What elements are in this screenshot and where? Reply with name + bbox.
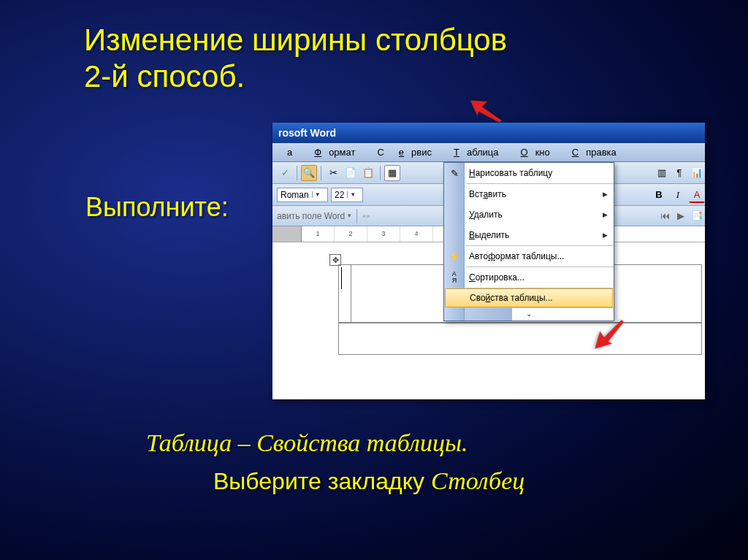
slide-subtitle: Выполните:: [85, 192, 229, 223]
menu-item-service[interactable]: Сервис: [362, 147, 439, 158]
table-icon[interactable]: ▦: [384, 165, 400, 181]
word-screenshot: rosoft Word а Формат Сервис Таблица Окно…: [272, 123, 705, 399]
italic-icon[interactable]: I: [670, 187, 686, 203]
research-icon[interactable]: 🔍: [301, 165, 317, 181]
submenu-arrow-icon: ▶: [603, 191, 608, 198]
next-record-icon[interactable]: ▶: [673, 208, 689, 224]
font-color-icon[interactable]: A: [689, 187, 705, 203]
menu-select[interactable]: Выделить ▶: [444, 225, 614, 245]
sort-icon: AЯ: [447, 270, 462, 285]
ruler-tick: 3: [367, 226, 400, 242]
word-menubar: а Формат Сервис Таблица Окно Справка: [272, 143, 705, 162]
text-cursor: [341, 267, 342, 289]
font-size-combo[interactable]: 22▼: [331, 188, 363, 202]
word-titlebar: rosoft Word: [272, 123, 705, 143]
menu-delete[interactable]: Удалить ▶: [444, 204, 614, 225]
table-dropdown-menu: ✎ Нарисовать таблицу Вставить ▶ Удалить …: [443, 162, 614, 321]
first-record-icon[interactable]: ⏮: [657, 208, 673, 224]
expand-menu-icon[interactable]: ⌄: [444, 307, 614, 321]
instruction-text: Таблица – Свойства таблицы.: [146, 429, 468, 457]
autoformat-icon: ⚡: [447, 249, 462, 264]
bold-icon[interactable]: B: [651, 187, 667, 203]
show-marks-icon[interactable]: ¶: [671, 165, 687, 181]
menu-autoformat[interactable]: ⚡ Автоформат таблицы...: [444, 246, 614, 266]
abc-label: «»: [362, 212, 370, 220]
menu-item-window[interactable]: Окно: [506, 147, 557, 158]
pencil-icon: ✎: [447, 166, 462, 180]
submenu-arrow-icon: ▶: [603, 211, 608, 218]
ruler-tick: 2: [335, 226, 367, 242]
cut-icon[interactable]: ✂: [325, 165, 341, 181]
menu-item-table[interactable]: Таблица: [439, 147, 506, 158]
instruction-text-2: Выберите закладку Столбец: [213, 467, 524, 495]
slide-title: Изменение ширины столбцов 2-й способ.: [0, 0, 748, 96]
ruler-tick: 1: [302, 226, 335, 242]
copy-icon[interactable]: 📄: [343, 165, 359, 181]
merge-field-button[interactable]: авить поле Word: [277, 211, 345, 221]
submenu-arrow-icon: ▶: [603, 231, 608, 239]
font-name-combo[interactable]: Roman▼: [277, 188, 328, 202]
chart-icon[interactable]: 📊: [689, 165, 705, 181]
ruler-tick: 4: [400, 226, 433, 242]
menu-item-help[interactable]: Справка: [557, 147, 624, 158]
menu-item-partial[interactable]: а: [280, 147, 299, 158]
merge-to-doc-icon[interactable]: 📑: [689, 208, 705, 224]
menu-table-properties[interactable]: Свойства таблицы...: [445, 288, 613, 307]
menu-sort[interactable]: AЯ Сортировка...: [444, 267, 614, 288]
menu-insert[interactable]: Вставить ▶: [444, 184, 614, 204]
paste-icon[interactable]: 📋: [360, 165, 376, 181]
columns-icon[interactable]: ▥: [654, 165, 670, 181]
menu-item-format[interactable]: Формат: [299, 147, 362, 158]
menu-draw-table[interactable]: ✎ Нарисовать таблицу: [444, 163, 614, 183]
abc-check-icon[interactable]: ✓: [277, 165, 293, 181]
